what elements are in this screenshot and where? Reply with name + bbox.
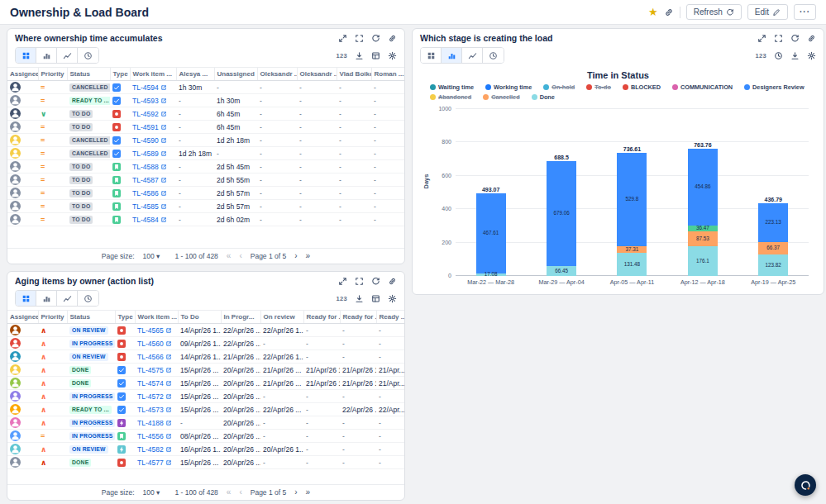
- column-header[interactable]: Priority: [38, 68, 67, 81]
- refresh-icon[interactable]: [790, 34, 800, 43]
- column-header[interactable]: In Progr...: [221, 311, 260, 324]
- fullscreen-icon[interactable]: [355, 277, 364, 286]
- view-toggle-barchart[interactable]: [36, 48, 57, 63]
- column-header[interactable]: Alesya ...: [176, 68, 214, 81]
- work-item-link[interactable]: TL-4577: [137, 459, 172, 467]
- first-page-button[interactable]: «: [227, 252, 232, 260]
- avatar[interactable]: [10, 404, 21, 415]
- link-icon[interactable]: [388, 277, 397, 286]
- last-page-button[interactable]: »: [306, 488, 311, 497]
- clock-icon[interactable]: [774, 51, 783, 60]
- column-header[interactable]: Status: [67, 311, 115, 324]
- page-size-select[interactable]: 100 ▾: [143, 252, 160, 260]
- work-item-link[interactable]: TL-4574: [137, 379, 172, 388]
- refresh-button[interactable]: Refresh: [686, 4, 742, 20]
- expand-icon[interactable]: [757, 34, 766, 43]
- stacked-bar[interactable]: 688.5679.0666.45: [532, 155, 590, 276]
- gear-icon[interactable]: [807, 51, 816, 60]
- column-header[interactable]: Ready ...: [376, 311, 404, 324]
- avatar[interactable]: [10, 161, 21, 172]
- view-toggle-linechart[interactable]: [57, 48, 78, 63]
- work-item-link[interactable]: TL-4188: [137, 419, 172, 427]
- favorite-star-icon[interactable]: ★: [648, 7, 658, 17]
- view-toggle-grid[interactable]: [421, 48, 442, 63]
- avatar[interactable]: [10, 174, 21, 185]
- avatar[interactable]: [10, 417, 21, 428]
- table-icon[interactable]: [371, 294, 380, 303]
- fullscreen-icon[interactable]: [355, 34, 364, 43]
- avatar[interactable]: [10, 325, 21, 335]
- work-item-link[interactable]: TL-4560: [137, 340, 172, 348]
- column-header[interactable]: To Do: [178, 311, 221, 324]
- work-item-link[interactable]: TL-4565: [137, 326, 172, 335]
- avatar[interactable]: [10, 378, 21, 388]
- stacked-bar[interactable]: 493.07467.6117.08: [462, 187, 520, 276]
- last-page-button[interactable]: »: [306, 252, 311, 260]
- numeric-format-badge[interactable]: 123: [337, 52, 347, 59]
- refresh-icon[interactable]: [371, 34, 380, 43]
- legend-item[interactable]: Done: [532, 93, 555, 101]
- legend-item[interactable]: Working time: [485, 83, 532, 91]
- link-icon[interactable]: [807, 34, 816, 43]
- stacked-bar[interactable]: 736.61529.837.31131.48: [603, 146, 661, 276]
- column-header[interactable]: Oleksandr ...: [297, 68, 337, 81]
- legend-item[interactable]: Waiting time: [430, 83, 474, 91]
- column-header[interactable]: Roman ...: [371, 68, 404, 81]
- column-header[interactable]: Work item ...: [135, 311, 178, 324]
- work-item-link[interactable]: TL-4573: [137, 406, 172, 414]
- work-item-link[interactable]: TL-4589: [132, 150, 167, 158]
- view-toggle-clock[interactable]: [483, 48, 504, 63]
- avatar[interactable]: [10, 201, 21, 212]
- gear-icon[interactable]: [388, 294, 397, 303]
- avatar[interactable]: [10, 351, 21, 362]
- fullscreen-icon[interactable]: [774, 34, 783, 43]
- first-page-button[interactable]: «: [227, 488, 232, 497]
- avatar[interactable]: [10, 148, 21, 159]
- gear-icon[interactable]: [388, 51, 397, 60]
- column-header[interactable]: Work item ...: [130, 68, 176, 81]
- view-toggle-clock[interactable]: [78, 291, 98, 306]
- link-icon[interactable]: [388, 34, 397, 43]
- view-toggle-grid[interactable]: [16, 48, 36, 63]
- more-options-button[interactable]: ···: [794, 4, 816, 20]
- column-header[interactable]: On review: [260, 311, 303, 324]
- column-header[interactable]: Assignee: [7, 68, 38, 81]
- work-item-link[interactable]: TL-4572: [137, 392, 172, 401]
- stacked-bar[interactable]: 763.76454.8636.4787.53176.1: [674, 142, 732, 276]
- avatar[interactable]: [10, 82, 21, 93]
- view-toggle-grid[interactable]: [16, 291, 36, 306]
- numeric-format-badge[interactable]: 123: [756, 52, 766, 59]
- avatar[interactable]: [10, 121, 21, 132]
- legend-item[interactable]: To-do: [586, 83, 611, 91]
- avatar[interactable]: [10, 95, 21, 106]
- refresh-icon[interactable]: [371, 277, 380, 286]
- avatar[interactable]: [10, 338, 21, 349]
- column-header[interactable]: Oleksandr ...: [257, 68, 297, 81]
- column-header[interactable]: Status: [67, 68, 110, 81]
- stacked-bar[interactable]: 436.79223.1366.37123.82: [744, 197, 802, 276]
- numeric-format-badge[interactable]: 123: [337, 295, 347, 302]
- view-toggle-barchart[interactable]: [442, 48, 462, 63]
- prev-page-button[interactable]: ‹: [239, 488, 241, 497]
- expand-icon[interactable]: [338, 34, 347, 43]
- avatar[interactable]: [10, 135, 21, 145]
- work-item-link[interactable]: TL-4575: [137, 366, 172, 374]
- avatar[interactable]: [10, 364, 21, 375]
- view-toggle-clock[interactable]: [78, 48, 98, 63]
- column-header[interactable]: Priority: [38, 311, 67, 324]
- next-page-button[interactable]: ›: [294, 252, 297, 260]
- expand-icon[interactable]: [338, 277, 347, 286]
- avatar[interactable]: [10, 457, 21, 468]
- column-header[interactable]: Type: [110, 68, 130, 81]
- download-icon[interactable]: [790, 51, 800, 60]
- avatar[interactable]: [10, 188, 21, 198]
- work-item-link[interactable]: TL-4585: [132, 202, 167, 211]
- page-size-select[interactable]: 100 ▾: [143, 488, 160, 497]
- column-header[interactable]: Assignee: [7, 311, 38, 324]
- download-icon[interactable]: [355, 51, 364, 60]
- column-header[interactable]: Type: [115, 311, 135, 324]
- edit-button[interactable]: Edit: [747, 4, 788, 20]
- view-toggle-linechart[interactable]: [462, 48, 483, 63]
- legend-item[interactable]: Designers Review: [744, 83, 804, 91]
- work-item-link[interactable]: TL-4590: [132, 136, 167, 145]
